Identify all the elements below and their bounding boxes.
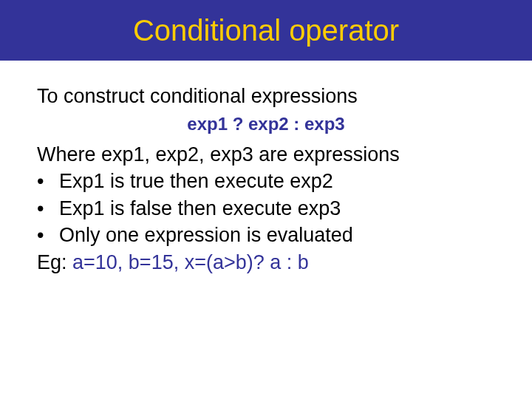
bullet-text: Exp1 is true then execute exp2: [59, 168, 495, 194]
bullet-item: • Exp1 is false then execute exp3: [37, 195, 495, 222]
bullet-text: Exp1 is false then execute exp3: [59, 195, 495, 222]
bullet-dot-icon: •: [37, 168, 59, 194]
bullet-text: Only one expression is evaluated: [59, 222, 495, 248]
bullet-dot-icon: •: [37, 195, 59, 222]
example-label: Eg:: [37, 251, 72, 273]
example-code: a=10, b=15, x=(a>b)? a : b: [72, 251, 309, 273]
intro-text: To construct conditional expressions: [37, 83, 495, 109]
slide-title: Conditional operator: [133, 14, 399, 47]
slide-content: To construct conditional expressions exp…: [0, 61, 532, 276]
where-line: Where exp1, exp2, exp3 are expressions: [37, 141, 495, 168]
example-line: Eg: a=10, b=15, x=(a>b)? a : b: [37, 249, 495, 276]
bullet-item: • Exp1 is true then execute exp2: [37, 168, 495, 194]
bullet-dot-icon: •: [37, 222, 59, 248]
title-bar: Conditional operator: [0, 0, 532, 61]
syntax-line: exp1 ? exp2 : exp3: [37, 112, 495, 136]
bullet-item: • Only one expression is evaluated: [37, 222, 495, 248]
